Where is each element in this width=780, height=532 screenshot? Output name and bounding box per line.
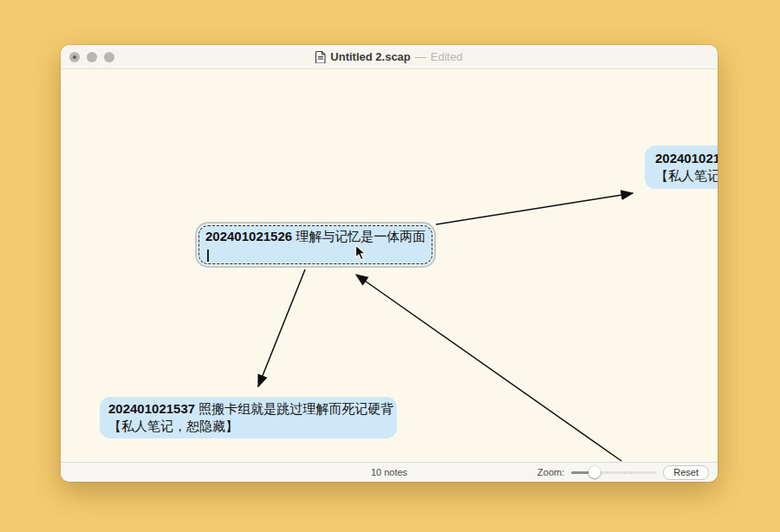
arrow-center-to-bottom-left[interactable] xyxy=(258,269,305,386)
edited-badge: Edited xyxy=(431,50,463,63)
note-id: 202401021 xyxy=(655,151,718,165)
note-text: 理解与记忆是一体两面 xyxy=(292,229,426,243)
note-canvas[interactable]: 202401021526 理解与记忆是一体两面 202401021537 照搬卡… xyxy=(61,69,718,462)
note-text-line2: 【私人笔记 xyxy=(655,167,718,185)
zoom-slider[interactable] xyxy=(571,466,656,478)
notes-count: 10 notes xyxy=(371,467,407,477)
reset-zoom-button[interactable]: Reset xyxy=(663,465,709,480)
traffic-lights xyxy=(69,45,114,69)
note-center-editing[interactable]: 202401021526 理解与记忆是一体两面 xyxy=(195,222,436,268)
zoom-slider-fill xyxy=(571,471,590,474)
note-text: 照搬卡组就是跳过理解而死记硬背 xyxy=(195,401,393,416)
note-top-right[interactable]: 202401021 【私人笔记 xyxy=(645,146,718,189)
minimize-button[interactable] xyxy=(87,52,97,62)
mouse-pointer-cursor xyxy=(354,244,367,263)
zoom-window-button[interactable] xyxy=(104,52,114,62)
window-title-group: Untitled 2.scap — Edited xyxy=(315,50,462,63)
zoom-slider-thumb[interactable] xyxy=(588,466,601,478)
text-insertion-caret xyxy=(207,250,209,262)
title-separator: — xyxy=(415,50,426,63)
document-icon xyxy=(315,51,326,63)
titlebar[interactable]: Untitled 2.scap — Edited xyxy=(61,45,718,69)
note-text-line2: 【私人笔记，恕隐藏】 xyxy=(108,418,397,435)
status-bar: 10 notes Zoom: Reset xyxy=(61,462,718,482)
note-bottom-left[interactable]: 202401021537 照搬卡组就是跳过理解而死记硬背 【私人笔记，恕隐藏】 xyxy=(100,397,397,438)
close-button[interactable] xyxy=(69,52,80,62)
note-id: 202401021537 xyxy=(108,401,195,416)
scapple-window: Untitled 2.scap — Edited 202401021526 理解… xyxy=(61,45,718,482)
note-id: 202401021526 xyxy=(205,229,292,243)
window-title: Untitled 2.scap xyxy=(330,50,410,63)
zoom-controls: Zoom: Reset xyxy=(537,463,709,482)
zoom-label: Zoom: xyxy=(537,467,564,477)
arrow-center-to-top-right[interactable] xyxy=(436,193,633,224)
